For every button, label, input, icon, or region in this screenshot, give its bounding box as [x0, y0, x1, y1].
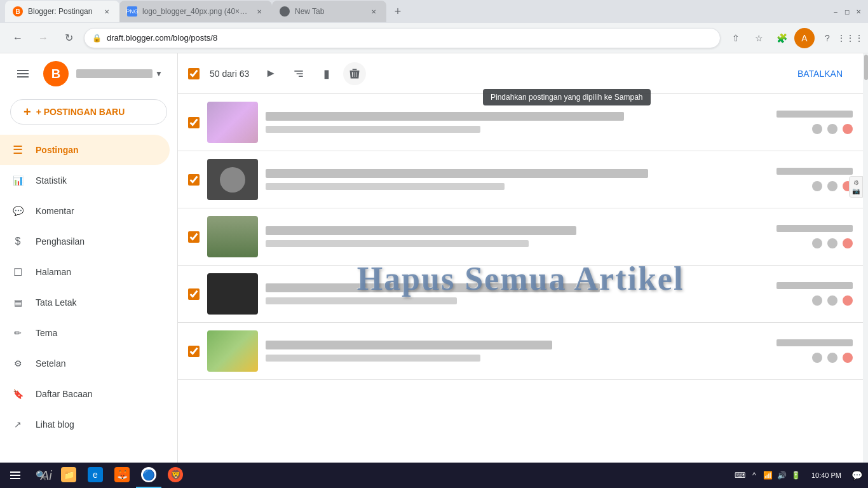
sidebar-item-postingan[interactable]: ☰ Postingan	[0, 135, 170, 165]
edge-icon: e	[88, 467, 103, 482]
apps-icon[interactable]: ⋮⋮⋮	[840, 28, 860, 48]
sidebar-item-halaman[interactable]: ☐ Halaman	[0, 257, 170, 287]
sidebar-item-komentar-label: Komentar	[36, 206, 74, 216]
post-thumbnail-2	[207, 159, 258, 200]
delete-button[interactable]	[343, 62, 366, 85]
tray-icon-volume[interactable]: 🔊	[776, 469, 789, 482]
maximize-button[interactable]: ◻	[843, 7, 851, 16]
post-delete-icon-5	[843, 353, 853, 363]
taskbar-app-brave[interactable]: 🦁	[163, 463, 188, 488]
sidebar-item-setelan[interactable]: ⚙ Setelan	[0, 348, 170, 379]
blog-name-area: ▼	[76, 69, 167, 78]
tab-img-label: logo_blogger_40px.png (40×40)	[142, 7, 249, 16]
scrollbar[interactable]	[863, 53, 868, 463]
taskbar-app-edge[interactable]: e	[83, 463, 108, 488]
sidebar-item-lihat-blog[interactable]: ↗ Lihat blog	[0, 409, 170, 440]
new-post-button[interactable]: + + POSTINGAN BARU	[10, 99, 167, 125]
tab-newtab[interactable]: New Tab ✕	[272, 1, 386, 22]
sidebar-item-daftar-bacaan[interactable]: 🔖 Daftar Bacaan	[0, 379, 170, 409]
img-favicon: PNG	[127, 6, 137, 17]
komentar-icon: 💬	[10, 203, 25, 219]
tab-newtab-close[interactable]: ✕	[369, 6, 379, 17]
tab-blogger-close[interactable]: ✕	[102, 6, 112, 17]
post-list: Hapus Semua Artikel	[178, 94, 863, 463]
scrollbar-thumb[interactable]	[864, 55, 868, 80]
post-checkbox-3[interactable]	[188, 231, 200, 243]
forward-button[interactable]: →	[33, 28, 53, 48]
post-view-icon-1	[812, 124, 822, 134]
reload-button[interactable]: ↻	[58, 28, 79, 48]
post-checkbox-5[interactable]	[188, 346, 200, 357]
post-checkbox-4[interactable]	[188, 288, 200, 300]
taskbar-app-files[interactable]: 📁	[56, 463, 81, 488]
blogger-logo: B	[43, 61, 69, 86]
sidebar-nav: ☰ Postingan 📊 Statistik 💬 Komentar $ Pen…	[0, 130, 177, 463]
tray-icon-chevron[interactable]: ^	[748, 469, 761, 482]
taskbar-app-firefox[interactable]: 🦊	[109, 463, 135, 488]
tray-icon-1[interactable]: ⌨	[734, 469, 747, 482]
publish-button[interactable]: ►	[259, 62, 282, 85]
files-icon: 📁	[61, 467, 76, 482]
bookmark-icon[interactable]: ☆	[749, 28, 769, 48]
sidebar-item-komentar[interactable]: 💬 Komentar	[0, 196, 170, 226]
share-icon[interactable]: ⇧	[726, 28, 746, 48]
move-button[interactable]	[287, 62, 310, 85]
tooltip: Pindahkan postingan yang dipilih ke Samp…	[483, 89, 651, 105]
post-actions-1	[751, 111, 853, 134]
label-button[interactable]: ▮	[315, 62, 338, 85]
post-checkbox-1[interactable]	[188, 117, 200, 128]
notification-button[interactable]: 💬	[848, 466, 865, 484]
tray-icon-battery[interactable]: 🔋	[790, 469, 803, 482]
tab-img[interactable]: PNG logo_blogger_40px.png (40×40) ✕	[119, 1, 272, 22]
post-info-3	[266, 226, 743, 247]
sidebar-item-lihat-blog-label: Lihat blog	[36, 419, 74, 430]
minimize-button[interactable]: –	[831, 7, 840, 16]
sidebar-item-halaman-label: Halaman	[36, 267, 71, 277]
post-view-icon-4	[812, 295, 822, 306]
post-title-3	[266, 226, 576, 235]
toolbar: 50 dari 63 ► ▮ Pindahkan postingan yang …	[178, 53, 863, 94]
cancel-button[interactable]: BATALKAN	[787, 64, 853, 84]
tray-icon-network[interactable]: 📶	[762, 469, 775, 482]
sidebar-item-penghasilan[interactable]: $ Penghasilan	[0, 226, 170, 257]
sidebar-item-tata-letak[interactable]: ▤ Tata Letak	[0, 287, 170, 318]
profile-icon[interactable]: A	[794, 28, 815, 48]
start-button[interactable]	[3, 465, 28, 485]
side-widget[interactable]: ⚙ 📷	[849, 176, 863, 198]
tata-letak-icon: ▤	[10, 295, 25, 310]
sidebar-item-statistik[interactable]: 📊 Statistik	[0, 165, 170, 196]
new-tab-button[interactable]: +	[389, 3, 407, 20]
extensions-icon[interactable]: 🧩	[771, 28, 792, 48]
lihat-blog-icon: ↗	[10, 417, 25, 432]
sidebar-item-postingan-label: Postingan	[36, 145, 79, 155]
post-meta-4	[266, 297, 457, 304]
blog-name	[76, 69, 153, 78]
post-checkbox-2[interactable]	[188, 174, 200, 186]
tab-img-close[interactable]: ✕	[254, 6, 264, 17]
penghasilan-icon: $	[10, 234, 25, 249]
address-bar[interactable]: 🔒 draft.blogger.com/blog/posts/8	[84, 28, 721, 48]
sidebar-item-tema[interactable]: ✏ Tema	[0, 318, 170, 348]
browser-frame: B Blogger: Postingan ✕ PNG logo_blogger_…	[0, 0, 868, 488]
select-all-checkbox[interactable]	[188, 68, 200, 79]
taskbar-search-button[interactable]: 🔍	[29, 465, 52, 485]
post-title-1	[266, 112, 624, 121]
tab-blogger[interactable]: B Blogger: Postingan ✕	[5, 1, 119, 22]
navigation-bar: ← → ↻ 🔒 draft.blogger.com/blog/posts/8 ⇧…	[0, 23, 868, 53]
window-controls: – ◻ ✕	[831, 7, 863, 16]
hamburger-button[interactable]	[10, 61, 36, 86]
post-actions-4	[751, 282, 853, 306]
taskbar-app-chrome[interactable]: 🔵	[136, 463, 161, 488]
sidebar-item-tema-label: Tema	[36, 328, 57, 338]
back-button[interactable]: ←	[8, 28, 28, 48]
post-action-icons-4	[812, 295, 853, 306]
sidebar-item-tata-letak-label: Tata Letak	[36, 297, 77, 308]
help-icon[interactable]: ?	[817, 28, 837, 48]
close-button[interactable]: ✕	[854, 7, 863, 16]
sidebar-item-penghasilan-label: Penghasilan	[36, 236, 85, 247]
post-meta-1	[266, 126, 480, 133]
sidebar-item-setelan-label: Setelan	[36, 358, 65, 369]
blog-dropdown-arrow[interactable]: ▼	[155, 69, 163, 78]
post-info-1	[266, 112, 743, 133]
nav-actions: ⇧ ☆ 🧩 A ? ⋮⋮⋮	[726, 28, 860, 48]
